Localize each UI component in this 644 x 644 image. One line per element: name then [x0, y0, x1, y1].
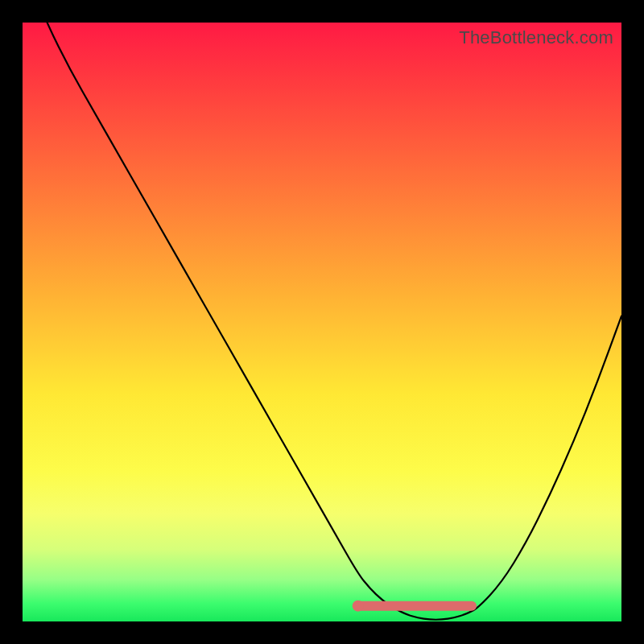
bottleneck-curve: [23, 0, 621, 620]
chart-frame: TheBottleneck.com: [0, 0, 644, 644]
chart-svg: [23, 23, 621, 621]
chart-plot-area: TheBottleneck.com: [23, 23, 621, 621]
optimal-start-dot: [353, 601, 364, 612]
